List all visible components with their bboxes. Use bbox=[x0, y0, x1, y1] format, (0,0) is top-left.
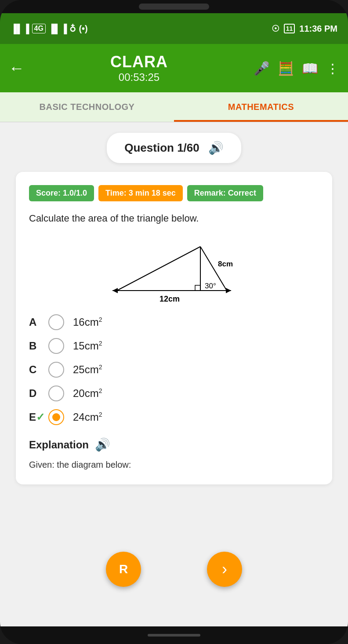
option-a-row[interactable]: A 16cm2 bbox=[29, 314, 319, 330]
4g-label: 4G bbox=[32, 24, 46, 33]
option-d-text: 20cm2 bbox=[73, 387, 102, 400]
usb-icon: ♁ bbox=[69, 23, 76, 34]
option-a-text: 16cm2 bbox=[73, 316, 102, 328]
option-e-radio[interactable] bbox=[48, 409, 64, 425]
question-card: Score: 1.0/1.0 Time: 3 min 18 sec Remark… bbox=[16, 172, 332, 484]
svg-line-4 bbox=[117, 247, 200, 291]
battery-num: 11 bbox=[284, 24, 295, 33]
option-d-letter: D bbox=[29, 387, 40, 400]
tab-mathematics[interactable]: MATHEMATICS bbox=[174, 92, 348, 122]
tab-bar: BASIC TECHNOLOGY MATHEMATICS bbox=[0, 92, 348, 122]
explanation-text: Given: the diagram below: bbox=[29, 458, 319, 471]
back-button[interactable]: ← bbox=[9, 60, 25, 76]
svg-text:12cm: 12cm bbox=[160, 295, 180, 303]
status-left: ▐▌▐ 4G ▐▌▐ ♁ (•) bbox=[11, 23, 88, 34]
question-sound-icon[interactable]: 🔊 bbox=[208, 141, 224, 155]
next-button[interactable]: › bbox=[207, 552, 242, 587]
app-header: ← CLARA 00:53:25 🎤 🧮 📖 ⋮ bbox=[0, 44, 348, 92]
app-title: CLARA bbox=[110, 53, 168, 71]
option-c-text: 25cm2 bbox=[73, 364, 102, 376]
option-d-radio[interactable] bbox=[48, 386, 64, 401]
phone-frame: ▐▌▐ 4G ▐▌▐ ♁ (•) ☉ 11 11:36 PM ← CLARA 0… bbox=[0, 0, 348, 644]
notch bbox=[139, 4, 209, 10]
radio-selected-dot bbox=[52, 413, 60, 421]
svg-rect-8 bbox=[195, 285, 200, 291]
timer-display: 00:53:25 bbox=[119, 71, 160, 84]
bottom-home-bar bbox=[0, 626, 348, 644]
score-row: Score: 1.0/1.0 Time: 3 min 18 sec Remark… bbox=[29, 185, 319, 201]
triangle-diagram: 12cm 8cm 30° bbox=[104, 233, 244, 304]
checkmark-icon: ✓ bbox=[36, 411, 45, 423]
r-button[interactable]: R bbox=[106, 552, 141, 587]
status-right: ☉ 11 11:36 PM bbox=[272, 23, 337, 34]
option-c-radio[interactable] bbox=[48, 362, 64, 378]
explanation-sound-icon[interactable]: 🔊 bbox=[95, 437, 110, 452]
content-area: Question 1/60 🔊 Score: 1.0/1.0 Time: 3 m… bbox=[0, 122, 348, 626]
option-e-letter: E✓ bbox=[29, 411, 40, 423]
home-indicator bbox=[148, 634, 200, 637]
tab-basic-technology-label: BASIC TECHNOLOGY bbox=[40, 102, 135, 112]
tab-mathematics-label: MATHEMATICS bbox=[228, 102, 294, 112]
option-c-letter: C bbox=[29, 364, 40, 376]
status-bar: ▐▌▐ 4G ▐▌▐ ♁ (•) ☉ 11 11:36 PM bbox=[0, 13, 348, 44]
signal-icon: ▐▌▐ bbox=[11, 24, 29, 34]
remark-badge: Remark: Correct bbox=[187, 185, 263, 201]
explanation-row: Explanation 🔊 bbox=[29, 437, 319, 452]
satellite-icon: ☉ bbox=[272, 23, 279, 34]
question-header-card: Question 1/60 🔊 bbox=[107, 133, 241, 163]
notch-area bbox=[0, 0, 348, 13]
svg-text:30°: 30° bbox=[205, 282, 216, 290]
time-display: 11:36 PM bbox=[299, 24, 337, 34]
more-options-icon[interactable]: ⋮ bbox=[326, 61, 339, 76]
option-b-radio[interactable] bbox=[48, 338, 64, 354]
score-badge: Score: 1.0/1.0 bbox=[29, 185, 94, 201]
question-text: Calculate the area of the triangle below… bbox=[29, 211, 319, 226]
option-a-letter: A bbox=[29, 316, 40, 328]
option-d-row[interactable]: D 20cm2 bbox=[29, 386, 319, 401]
option-b-letter: B bbox=[29, 340, 40, 352]
explanation-label: Explanation bbox=[29, 439, 89, 451]
header-title-block: CLARA 00:53:25 bbox=[33, 53, 245, 84]
time-badge: Time: 3 min 18 sec bbox=[98, 185, 183, 201]
option-b-row[interactable]: B 15cm2 bbox=[29, 338, 319, 354]
book-icon[interactable]: 📖 bbox=[302, 61, 318, 76]
calculator-icon[interactable]: 🧮 bbox=[278, 61, 294, 76]
wifi-icon: (•) bbox=[79, 24, 87, 34]
tab-basic-technology[interactable]: BASIC TECHNOLOGY bbox=[0, 92, 174, 122]
header-icons: 🎤 🧮 📖 ⋮ bbox=[254, 61, 339, 76]
battery-indicator: 11 bbox=[284, 24, 295, 33]
option-e-row[interactable]: E✓ 24cm2 bbox=[29, 409, 319, 425]
option-c-row[interactable]: C 25cm2 bbox=[29, 362, 319, 378]
option-b-text: 15cm2 bbox=[73, 340, 102, 352]
microphone-icon[interactable]: 🎤 bbox=[254, 61, 270, 76]
question-number: Question 1/60 bbox=[124, 141, 199, 155]
svg-text:8cm: 8cm bbox=[218, 260, 233, 268]
option-e-text: 24cm2 bbox=[73, 411, 102, 423]
option-a-radio[interactable] bbox=[48, 314, 64, 330]
options-list: A 16cm2 B 15cm2 C 25cm2 D 20c bbox=[29, 314, 319, 425]
signal-icon2: ▐▌▐ bbox=[48, 24, 67, 34]
